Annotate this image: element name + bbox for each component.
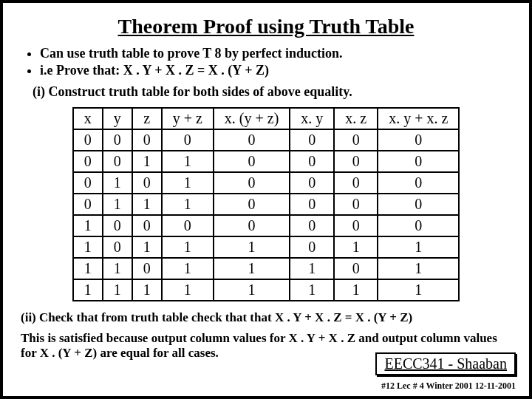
cell: 1 <box>290 279 334 301</box>
table-row: 01010000 <box>73 172 460 194</box>
step-i-text: (i) Construct truth table for both sides… <box>33 84 514 100</box>
cell: 0 <box>290 194 334 215</box>
cell: 0 <box>132 215 162 236</box>
cell: 0 <box>378 194 459 215</box>
table-row: 01110000 <box>73 194 460 215</box>
cell: 0 <box>290 151 334 172</box>
slide-frame: Theorem Proof using Truth Table Can use … <box>0 0 532 399</box>
bullet-item: Can use truth table to prove T 8 by perf… <box>40 46 514 61</box>
cell: 0 <box>73 151 103 172</box>
cell: 0 <box>214 129 290 151</box>
cell: 1 <box>378 236 459 258</box>
cell: 1 <box>334 236 378 258</box>
bullet-list: Can use truth table to prove T 8 by perf… <box>18 46 514 78</box>
cell: 0 <box>103 215 132 236</box>
cell: 1 <box>162 172 214 194</box>
col-header: x. (y + z) <box>214 108 290 129</box>
cell: 0 <box>214 151 290 172</box>
cell: 1 <box>103 194 132 215</box>
cell: 0 <box>334 258 378 279</box>
cell: 0 <box>73 172 103 194</box>
cell: 1 <box>73 236 103 258</box>
cell: 0 <box>162 215 214 236</box>
table-body: 00000000 00110000 01010000 01110000 1000… <box>73 129 460 301</box>
cell: 0 <box>73 194 103 215</box>
col-header: x. y <box>290 108 334 129</box>
table-row: 00000000 <box>73 129 460 151</box>
cell: 0 <box>214 172 290 194</box>
footer-meta: #12 Lec # 4 Winter 2001 12-11-2001 <box>381 381 516 392</box>
table-row: 10111011 <box>73 236 460 258</box>
cell: 1 <box>103 258 132 279</box>
cell: 0 <box>132 172 162 194</box>
truth-table: x y z y + z x. (y + z) x. y x. z x. y + … <box>72 107 460 301</box>
cell: 0 <box>290 129 334 151</box>
cell: 1 <box>103 279 132 301</box>
cell: 0 <box>132 258 162 279</box>
cell: 0 <box>162 129 214 151</box>
col-header: y <box>103 108 132 129</box>
cell: 1 <box>214 236 290 258</box>
step-ii-text: (ii) Check that from truth table check t… <box>21 310 511 325</box>
cell: 1 <box>334 279 378 301</box>
cell: 0 <box>132 129 162 151</box>
cell: 1 <box>162 258 214 279</box>
cell: 0 <box>378 172 459 194</box>
cell: 0 <box>103 236 132 258</box>
bullet-item: i.e Prove that: X . Y + X . Z = X . (Y +… <box>40 63 514 78</box>
cell: 0 <box>378 129 459 151</box>
cell: 1 <box>132 194 162 215</box>
slide-title: Theorem Proof using Truth Table <box>18 15 514 38</box>
cell: 0 <box>334 172 378 194</box>
cell: 1 <box>132 279 162 301</box>
cell: 1 <box>73 215 103 236</box>
cell: 1 <box>103 172 132 194</box>
cell: 1 <box>162 279 214 301</box>
cell: 0 <box>214 215 290 236</box>
footer-course-box: EECC341 - Shaaban <box>375 352 516 375</box>
cell: 1 <box>378 258 459 279</box>
cell: 0 <box>334 194 378 215</box>
table-row: 00110000 <box>73 151 460 172</box>
cell: 0 <box>73 129 103 151</box>
cell: 1 <box>73 258 103 279</box>
cell: 0 <box>103 151 132 172</box>
cell: 0 <box>334 151 378 172</box>
cell: 1 <box>162 194 214 215</box>
table-row: 10000000 <box>73 215 460 236</box>
cell: 1 <box>132 236 162 258</box>
col-header: z <box>132 108 162 129</box>
cell: 0 <box>334 129 378 151</box>
cell: 1 <box>73 279 103 301</box>
table-header-row: x y z y + z x. (y + z) x. y x. z x. y + … <box>73 108 460 129</box>
cell: 0 <box>290 236 334 258</box>
col-header: x <box>73 108 103 129</box>
cell: 1 <box>214 258 290 279</box>
cell: 0 <box>334 215 378 236</box>
col-header: x. y + x. z <box>378 108 459 129</box>
cell: 0 <box>290 215 334 236</box>
cell: 1 <box>290 258 334 279</box>
table-row: 11011101 <box>73 258 460 279</box>
table-row: 11111111 <box>73 279 460 301</box>
cell: 0 <box>103 129 132 151</box>
cell: 1 <box>378 279 459 301</box>
cell: 0 <box>214 194 290 215</box>
col-header: y + z <box>162 108 214 129</box>
cell: 1 <box>162 236 214 258</box>
cell: 0 <box>378 151 459 172</box>
cell: 1 <box>214 279 290 301</box>
cell: 0 <box>290 172 334 194</box>
col-header: x. z <box>334 108 378 129</box>
cell: 0 <box>378 215 459 236</box>
cell: 1 <box>162 151 214 172</box>
cell: 1 <box>132 151 162 172</box>
